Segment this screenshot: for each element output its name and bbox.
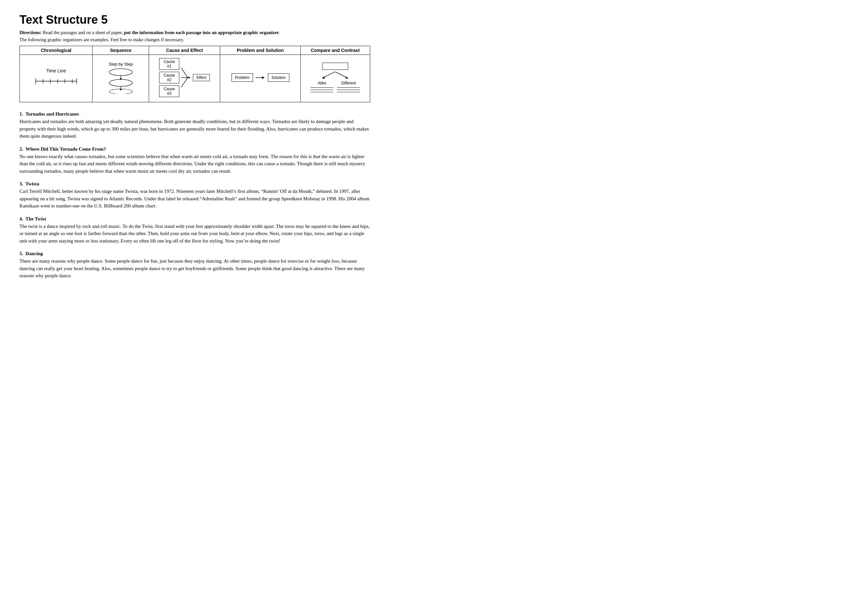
passages-container: 1. Tornados and HurricanesHurricanes and… [20,111,370,280]
col-header-problem-solution: Problem and Solution [220,46,301,55]
step-svg [101,68,140,94]
passage-title: 1. Tornados and Hurricanes [20,111,370,117]
compare-contrast-cell: Alike Different [301,55,370,102]
svg-point-8 [109,68,132,75]
compare-top-box [322,63,348,70]
timeline-label: Time Line [46,68,66,73]
svg-marker-25 [346,76,348,79]
passage: 4. The TwistThe twist is a dance inspire… [20,216,370,245]
different-label: Different [341,81,356,85]
passage: 3. TwistaCarl Terrell Mitchell, better k… [20,181,370,210]
passage-body: There are many reasons why people dance.… [20,257,370,280]
organizer-table: Chronological Sequence Cause and Effect … [20,46,370,102]
directions-sub: The following graphic organizers are exa… [20,37,370,43]
different-line1 [337,87,360,88]
passage-title: 3. Twista [20,181,370,187]
passage: 1. Tornados and HurricanesHurricanes and… [20,111,370,140]
cause-effect-diagram: Cause #1 Cause #2 Cause #3 [152,58,217,97]
step-label: Step by Step [109,62,133,67]
svg-marker-13 [119,89,122,91]
prob-sol-arrow-svg [256,74,265,81]
directions-bold2: put the information from each passage in… [124,30,279,35]
problem-box: Problem [231,73,253,82]
passage-title: 2. Where Did This Tornado Come From? [20,146,370,152]
alike-label: Alike [318,81,326,85]
timeline-diagram: Time Line [22,68,90,87]
alike-line2 [310,90,333,90]
solution-box: Solution [268,73,289,82]
cause1-box: Cause #1 [159,58,179,70]
timeline-svg [30,75,82,87]
compare-arrows-svg [312,72,358,79]
passage-body: Hurricanes and tornados are both amazing… [20,118,370,140]
col-header-cause-effect: Cause and Effect [149,46,220,55]
directions: Directions: Read the passages and on a s… [20,29,370,36]
passage-body: Carl Terrell Mitchell, better known by h… [20,187,370,210]
step-diagram: Step by Step [95,62,146,94]
col-header-sequence: Sequence [93,46,149,55]
compare-diagram: Alike Different [303,63,367,93]
passage-body: No one knows exactly what causes tornado… [20,153,370,175]
passage: 5. DancingThere are many reasons why peo… [20,251,370,280]
passage-title: 4. The Twist [20,216,370,222]
directions-text1: Read the passages and on a sheet of pape… [42,30,124,35]
alike-line1 [310,87,333,88]
svg-marker-23 [322,76,325,79]
different-line3 [337,92,360,92]
svg-line-15 [181,68,188,77]
passage-title: 5. Dancing [20,251,370,257]
cause-effect-cell: Cause #1 Cause #2 Cause #3 [149,55,220,102]
svg-marker-21 [262,76,265,79]
col-header-chronological: Chronological [20,46,93,55]
svg-marker-10 [119,78,122,80]
cause2-box: Cause #2 [159,72,179,84]
svg-marker-19 [188,77,190,79]
sequence-cell: Step by Step [93,55,149,102]
causes-col: Cause #1 Cause #2 Cause #3 [159,58,179,97]
problem-solution-cell: Problem Solution [220,55,301,102]
effect-box: Effect [193,74,210,81]
directions-bold: Directions: [20,30,42,35]
different-line2 [337,90,360,90]
directions-text2: . [279,30,280,35]
prob-sol-diagram: Problem Solution [223,73,298,82]
passage: 2. Where Did This Tornado Come From?No o… [20,146,370,175]
col-header-compare-contrast: Compare and Contrast [301,46,370,55]
compare-cols: Alike Different [310,81,360,93]
different-col: Different [337,81,360,93]
alike-col: Alike [310,81,333,93]
cause-effect-arrows-svg [181,65,191,91]
alike-line3 [310,92,333,92]
chronological-cell: Time Line [20,55,93,102]
page-title: Text Structure 5 [20,13,370,26]
svg-point-11 [109,79,132,86]
passage-body: The twist is a dance inspired by rock an… [20,223,370,245]
svg-line-17 [181,77,188,87]
cause3-box: Cause #3 [159,85,179,97]
